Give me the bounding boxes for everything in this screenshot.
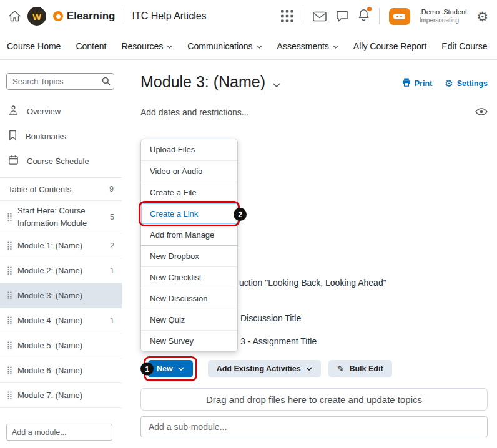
topic-title-partial[interactable]: 3 - Assignment Title <box>240 336 317 346</box>
print-label: Print <box>415 79 432 88</box>
bookmark-icon <box>8 130 17 142</box>
app-grid-icon[interactable] <box>281 10 293 22</box>
module-actions-row: New 1 Add Existing Activities ✎ Bulk Edi… <box>148 360 392 377</box>
mail-icon[interactable] <box>313 11 327 22</box>
visibility-eye-icon[interactable] <box>475 107 488 117</box>
chevron-down-icon <box>257 45 262 49</box>
drag-handle-icon[interactable] <box>7 391 12 400</box>
overview-icon <box>8 105 19 117</box>
settings-button[interactable]: ⚙ Settings <box>445 78 488 89</box>
module-label: Start Here: Course Information Module <box>17 201 104 233</box>
drag-handle-icon[interactable] <box>7 213 12 222</box>
table-of-contents[interactable]: Table of Contents 9 <box>0 178 122 201</box>
header-divider <box>379 8 380 24</box>
title-context-menu-chevron-icon[interactable] <box>273 83 280 87</box>
menu-item-new-quiz[interactable]: New Quiz <box>141 309 237 330</box>
menu-item-upload-files[interactable]: Upload Files <box>141 139 237 160</box>
gear-glyph: ⚙ <box>476 10 488 23</box>
sidebar-module-2[interactable]: Module 2: (Name) 1 <box>0 258 122 283</box>
add-dates-link[interactable]: Add dates and restrictions... <box>140 107 249 117</box>
content-main: Module 3: (Name) Print ⚙ Settings <box>122 61 497 448</box>
dropzone-text: Drag and drop files here to create and u… <box>206 394 422 405</box>
module-label: Module 2: (Name) <box>17 261 104 281</box>
page-actions: Print ⚙ Settings <box>402 73 488 89</box>
module-count: 1 <box>110 316 114 325</box>
drag-handle-icon[interactable] <box>7 366 12 375</box>
top-bar-right: .Demo .Student Impersonating ⚙ <box>281 8 488 25</box>
drag-handle-icon[interactable] <box>7 266 12 275</box>
sidebar-module-6[interactable]: Module 6: (Name) <box>0 358 122 383</box>
nav-edit-course[interactable]: Edit Course <box>441 41 487 51</box>
module-label: Module 4: (Name) <box>17 311 104 331</box>
bulk-edit-button[interactable]: ✎ Bulk Edit <box>328 360 392 377</box>
new-dropdown-menu: Upload Files Video or Audio Create a Fil… <box>140 139 238 352</box>
nav-label: Edit Course <box>441 41 487 51</box>
course-navbar: Course Home Content Resources Communicat… <box>0 32 497 60</box>
new-button-label: New <box>157 364 173 373</box>
nav-content[interactable]: Content <box>76 41 106 51</box>
module-label: Module 1: (Name) <box>17 236 104 256</box>
menu-item-create-a-link[interactable]: Create a Link <box>141 203 237 224</box>
drag-handle-icon[interactable] <box>7 241 12 250</box>
drag-handle-icon[interactable] <box>7 291 12 300</box>
nav-resources[interactable]: Resources <box>121 41 172 51</box>
menu-item-create-a-file[interactable]: Create a File <box>141 182 237 203</box>
sidebar-module-4[interactable]: Module 4: (Name) 1 <box>0 308 122 333</box>
sidebar-module-7[interactable]: Module 7: (Name) <box>0 383 122 408</box>
menu-item-add-from-manage-files[interactable]: Add from Manage Files <box>141 224 237 245</box>
nav-course-home[interactable]: Course Home <box>7 41 61 51</box>
nav-communications[interactable]: Communications <box>187 41 262 51</box>
sidebar-module-1[interactable]: Module 1: (Name) 2 <box>0 233 122 258</box>
menu-item-new-dropbox[interactable]: New Dropbox <box>141 245 237 266</box>
search-input[interactable] <box>6 73 114 90</box>
nav-ally-course-report[interactable]: Ally Course Report <box>353 41 427 51</box>
sidebar-module-start-here[interactable]: Start Here: Course Information Module 5 <box>0 201 122 233</box>
menu-item-new-discussion[interactable]: New Discussion <box>141 288 237 309</box>
search-icon[interactable] <box>102 77 111 87</box>
elearning-logo-icon <box>53 11 63 21</box>
topic-title-partial[interactable]: Discussion Title <box>240 313 301 323</box>
chevron-down-icon <box>178 367 184 371</box>
user-menu[interactable]: .Demo .Student Impersonating <box>420 8 467 24</box>
annotation-step-badge-1: 1 <box>140 363 154 376</box>
w-org-logo[interactable]: W <box>27 7 46 26</box>
home-icon[interactable] <box>9 11 21 22</box>
impersonation-avatar[interactable] <box>389 8 410 25</box>
sidebar-item-course-schedule[interactable]: Course Schedule <box>0 149 122 173</box>
drag-handle-icon[interactable] <box>7 341 12 350</box>
add-existing-label: Add Existing Activities <box>217 364 301 373</box>
print-button[interactable]: Print <box>402 78 432 89</box>
module-list: Start Here: Course Information Module 5 … <box>0 201 122 408</box>
app-window: W Elearning ITC Help Articles <box>0 0 497 448</box>
module-label: Module 7: (Name) <box>17 386 109 406</box>
add-submodule-input[interactable] <box>140 416 488 437</box>
file-dropzone[interactable]: Drag and drop files here to create and u… <box>140 388 488 411</box>
drag-handle-icon[interactable] <box>7 316 12 325</box>
nav-assessments[interactable]: Assessments <box>277 41 338 51</box>
toc-label: Table of Contents <box>8 185 71 194</box>
sidebar-module-3-selected[interactable]: Module 3: (Name) <box>0 283 122 308</box>
add-module-input[interactable] <box>6 424 112 441</box>
top-bar: W Elearning ITC Help Articles <box>0 0 497 32</box>
sidebar-item-label: Course Schedule <box>27 157 89 166</box>
elearning-brand[interactable]: Elearning <box>53 10 115 22</box>
menu-item-label: Create a Link <box>150 209 198 218</box>
sidebar-module-5[interactable]: Module 5: (Name) <box>0 333 122 358</box>
pencil-icon: ✎ <box>337 364 345 373</box>
menu-item-new-survey[interactable]: New Survey <box>141 330 237 351</box>
menu-item-video-or-audio[interactable]: Video or Audio <box>141 160 237 182</box>
sidebar-item-overview[interactable]: Overview <box>0 99 122 124</box>
settings-gear-icon[interactable]: ⚙ <box>476 10 488 23</box>
topic-title-partial[interactable]: uction "Looking Back, Looking Ahead" <box>239 278 386 288</box>
module-count: 1 <box>110 266 114 275</box>
sidebar-item-bookmarks[interactable]: Bookmarks <box>0 124 122 149</box>
nav-label: Course Home <box>7 41 61 51</box>
sidebar-item-label: Overview <box>27 107 61 116</box>
chat-icon[interactable] <box>336 11 348 22</box>
module-label: Module 6: (Name) <box>17 361 109 381</box>
print-icon <box>402 78 411 89</box>
add-existing-activities-button[interactable]: Add Existing Activities <box>208 360 321 377</box>
menu-item-new-checklist[interactable]: New Checklist <box>141 266 237 288</box>
new-button[interactable]: New <box>148 360 193 377</box>
user-name: .Demo .Student <box>420 8 467 16</box>
